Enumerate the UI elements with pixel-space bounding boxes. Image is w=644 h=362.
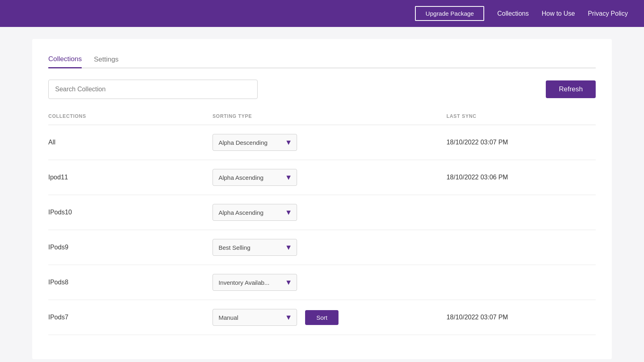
sort-button[interactable]: Sort (305, 310, 339, 325)
col-header-sorting: SORTING TYPE (213, 113, 446, 125)
last-sync-value (446, 230, 596, 265)
sorting-type-select[interactable]: Alpha AscendingAlpha DescendingBest Sell… (213, 169, 297, 186)
sorting-type-select[interactable]: Alpha AscendingAlpha DescendingBest Sell… (213, 204, 297, 221)
table-row: IPods9Alpha AscendingAlpha DescendingBes… (48, 230, 596, 265)
last-sync-value: 18/10/2022 03:07 PM (446, 300, 596, 335)
sorting-type-select[interactable]: Alpha AscendingAlpha DescendingBest Sell… (213, 239, 297, 256)
tab-settings[interactable]: Settings (94, 51, 118, 68)
last-sync-value: 18/10/2022 03:06 PM (446, 160, 596, 195)
table-row: IPods8Alpha AscendingAlpha DescendingBes… (48, 265, 596, 300)
tab-collections[interactable]: Collections (48, 51, 82, 68)
sorting-type-select[interactable]: Alpha AscendingAlpha DescendingBest Sell… (213, 274, 297, 291)
app-header: Upgrade Package Collections How to Use P… (0, 0, 644, 27)
search-row: Refresh (48, 80, 596, 99)
last-sync-value (446, 195, 596, 230)
col-header-collections: COLLECTIONS (48, 113, 213, 125)
sorting-type-select[interactable]: Alpha AscendingAlpha DescendingBest Sell… (213, 134, 297, 151)
collection-name: Ipod11 (48, 160, 213, 195)
tabs-container: Collections Settings (48, 51, 596, 68)
main-content: Collections Settings Refresh COLLECTIONS… (32, 39, 612, 359)
sort-select-wrapper: Alpha AscendingAlpha DescendingBest Sell… (213, 274, 297, 291)
nav-privacy-link[interactable]: Privacy Policy (588, 10, 628, 17)
sort-select-wrapper: Alpha AscendingAlpha DescendingBest Sell… (213, 204, 297, 221)
sort-select-wrapper: Alpha AscendingAlpha DescendingBest Sell… (213, 239, 297, 256)
nav-collections-link[interactable]: Collections (497, 10, 528, 17)
collection-name: All (48, 125, 213, 160)
col-header-last-sync: LAST SYNC (446, 113, 596, 125)
sort-select-wrapper: Alpha AscendingAlpha DescendingBest Sell… (213, 134, 297, 151)
last-sync-value: 18/10/2022 03:07 PM (446, 125, 596, 160)
table-row: IPods10Alpha AscendingAlpha DescendingBe… (48, 195, 596, 230)
nav-how-to-use-link[interactable]: How to Use (542, 10, 575, 17)
collection-name: IPods8 (48, 265, 213, 300)
sort-select-wrapper: Alpha AscendingAlpha DescendingBest Sell… (213, 309, 297, 326)
table-row: AllAlpha AscendingAlpha DescendingBest S… (48, 125, 596, 160)
refresh-button[interactable]: Refresh (546, 80, 596, 98)
collections-table: COLLECTIONS SORTING TYPE LAST SYNC AllAl… (48, 113, 596, 335)
table-row: IPods7Alpha AscendingAlpha DescendingBes… (48, 300, 596, 335)
table-row: Ipod11Alpha AscendingAlpha DescendingBes… (48, 160, 596, 195)
last-sync-value (446, 265, 596, 300)
collection-name: IPods9 (48, 230, 213, 265)
collection-name: IPods7 (48, 300, 213, 335)
upgrade-package-button[interactable]: Upgrade Package (415, 6, 484, 21)
collection-name: IPods10 (48, 195, 213, 230)
sort-select-wrapper: Alpha AscendingAlpha DescendingBest Sell… (213, 169, 297, 186)
search-input[interactable] (48, 80, 258, 99)
sorting-type-select[interactable]: Alpha AscendingAlpha DescendingBest Sell… (213, 309, 297, 326)
